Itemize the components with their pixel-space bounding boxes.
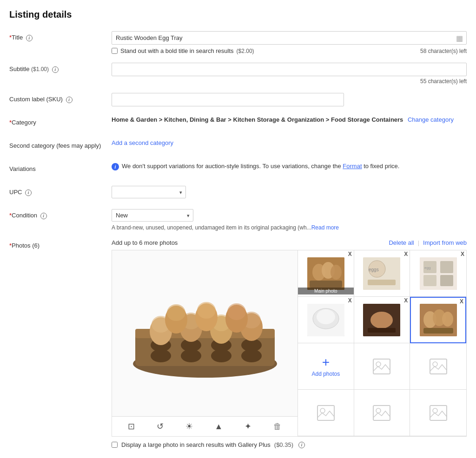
- subtitle-field-content: 55 character(s) left: [112, 63, 467, 85]
- custom-label-input[interactable]: [112, 93, 344, 106]
- title-input-wrap: ▦: [112, 31, 467, 45]
- thumbnails-area: X Main photo X: [298, 250, 466, 436]
- svg-rect-50: [423, 328, 453, 334]
- svg-rect-55: [317, 406, 334, 420]
- svg-point-42: [317, 309, 335, 324]
- title-input[interactable]: [112, 31, 467, 45]
- empty-thumb-3[interactable]: [298, 390, 354, 436]
- svg-rect-53: [430, 359, 447, 374]
- thumb-cell-5[interactable]: X: [354, 297, 410, 343]
- thumb-2-close[interactable]: X: [404, 251, 408, 257]
- condition-label: *Condition i: [9, 209, 112, 219]
- subtitle-info-icon[interactable]: i: [52, 66, 59, 73]
- contrast-icon[interactable]: ▲: [215, 422, 223, 432]
- subtitle-label: Subtitle ($1.00) i: [9, 63, 112, 73]
- empty-image-icon-3: [317, 405, 335, 421]
- custom-label-row: Custom label (SKU) i: [9, 93, 467, 108]
- add-photos-plus: +: [322, 356, 330, 369]
- main-photo-svg: [126, 273, 284, 394]
- thumb-5-close[interactable]: X: [404, 298, 408, 303]
- condition-select-wrap: New Used For parts or not working ▾: [112, 209, 193, 222]
- add-photos-cell[interactable]: + Add photos: [298, 343, 354, 390]
- empty-image-icon-5: [429, 405, 448, 421]
- svg-rect-57: [373, 406, 390, 420]
- add-photos-text: Add photos: [311, 371, 340, 377]
- empty-thumb-2[interactable]: [410, 343, 466, 390]
- delete-photo-icon[interactable]: 🗑: [273, 422, 282, 432]
- svg-point-28: [331, 265, 342, 280]
- magic-icon[interactable]: ✦: [245, 421, 251, 432]
- bold-title-checkbox[interactable]: [112, 48, 118, 54]
- svg-point-49: [442, 312, 453, 327]
- thumb-cell-6[interactable]: X: [410, 297, 466, 343]
- svg-rect-59: [430, 406, 447, 420]
- photos-content: Add up to 6 more photos Delete all | Imp…: [112, 239, 467, 448]
- category-value: Home & Garden > Kitchen, Dining & Bar > …: [112, 116, 403, 123]
- delete-all-link[interactable]: Delete all: [389, 239, 414, 246]
- gallery-plus-price: ($0.35): [274, 441, 293, 448]
- empty-thumb-1[interactable]: [354, 343, 410, 390]
- category-label: *Category: [9, 116, 112, 126]
- custom-label-info-icon[interactable]: i: [66, 97, 73, 103]
- variations-label: Variations: [9, 163, 112, 172]
- format-link[interactable]: Format: [343, 163, 362, 170]
- thumb-1-close[interactable]: X: [348, 251, 352, 257]
- thumb-6-close[interactable]: X: [460, 299, 463, 304]
- svg-point-44: [370, 312, 393, 328]
- gallery-plus-label: Display a large photo in search results …: [121, 441, 271, 448]
- thumb-cell-1[interactable]: X Main photo: [298, 250, 354, 297]
- upc-label: UPC i: [9, 186, 112, 196]
- thumb-cell-4[interactable]: X: [298, 297, 354, 343]
- rotate-icon[interactable]: ↺: [157, 421, 164, 432]
- condition-select[interactable]: New Used For parts or not working: [112, 209, 193, 222]
- empty-image-icon-1: [372, 358, 391, 375]
- photos-grid-container: ⊡ ↺ ☀ ▲ ✦ 🗑 X: [112, 250, 467, 437]
- condition-read-more[interactable]: Read more: [311, 224, 339, 231]
- add-second-category-link[interactable]: Add a second category: [112, 139, 173, 146]
- thumb-1-img: [307, 257, 344, 290]
- photos-label: *Photos (6): [9, 239, 112, 249]
- svg-point-56: [320, 408, 325, 413]
- subtitle-price: ($1.00): [31, 66, 49, 72]
- gallery-plus-checkbox[interactable]: [112, 442, 118, 448]
- title-info-icon[interactable]: i: [26, 35, 33, 41]
- variations-row: Variations i We don't support variations…: [9, 163, 467, 177]
- brightness-icon[interactable]: ☀: [185, 421, 193, 432]
- svg-rect-38: [440, 275, 453, 286]
- bold-title-row: Stand out with a bold title in search re…: [112, 47, 467, 54]
- svg-point-10: [241, 349, 262, 362]
- main-photo-area: ⊡ ↺ ☀ ▲ ✦ 🗑: [112, 250, 298, 436]
- variations-text: We don't support variations for auction-…: [122, 163, 399, 170]
- upc-row: UPC i Does not apply ▾: [9, 186, 467, 201]
- category-row: *Category Home & Garden > Kitchen, Dinin…: [9, 116, 467, 131]
- thumb-3-close[interactable]: X: [461, 251, 464, 257]
- thumb-6-img: [420, 304, 457, 336]
- svg-rect-45: [368, 328, 396, 333]
- svg-point-7: [151, 349, 171, 362]
- svg-rect-37: [423, 275, 436, 286]
- import-web-link[interactable]: Import from web: [423, 239, 467, 246]
- upc-select[interactable]: Does not apply: [112, 186, 186, 198]
- condition-info-icon[interactable]: i: [40, 213, 47, 219]
- svg-point-22: [197, 302, 216, 319]
- thumb-cell-3[interactable]: X egg: [410, 250, 466, 297]
- thumb-cell-2[interactable]: X eggs: [354, 250, 410, 297]
- empty-image-icon-2: [429, 358, 448, 375]
- empty-thumb-5[interactable]: [410, 390, 466, 436]
- condition-content: New Used For parts or not working ▾ A br…: [112, 209, 467, 231]
- main-photo-display[interactable]: [112, 250, 298, 416]
- gallery-plus-info-icon[interactable]: i: [298, 442, 305, 448]
- empty-thumb-4[interactable]: [354, 390, 410, 436]
- thumb-2-img: eggs: [363, 257, 400, 290]
- svg-point-52: [376, 362, 381, 366]
- crop-icon[interactable]: ⊡: [128, 421, 135, 432]
- page-title: Listing details: [9, 9, 467, 20]
- subtitle-row: Subtitle ($1.00) i 55 character(s) left: [9, 63, 467, 85]
- second-category-row: Second category (fees may apply) Add a s…: [9, 139, 467, 154]
- change-category-link[interactable]: Change category: [408, 116, 454, 123]
- subtitle-input[interactable]: [112, 63, 467, 76]
- empty-image-icon-4: [372, 405, 391, 421]
- svg-point-24: [227, 303, 246, 320]
- thumb-4-close[interactable]: X: [348, 298, 352, 303]
- upc-info-icon[interactable]: i: [25, 190, 32, 196]
